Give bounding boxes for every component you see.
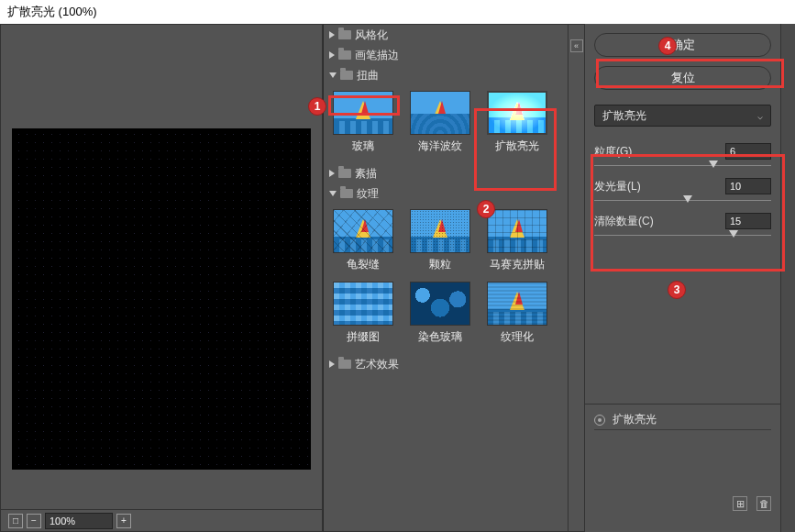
- slider-thumb-icon[interactable]: [683, 195, 692, 203]
- effect-layers-panel: 扩散亮光 ⊞ 🗑: [585, 404, 780, 532]
- current-filter-select[interactable]: 扩散亮光 ⌵: [594, 105, 771, 127]
- slider-glow-track[interactable]: [594, 194, 771, 207]
- fit-screen-button[interactable]: □: [8, 514, 23, 528]
- category-label: 扭曲: [357, 68, 379, 83]
- thumb-label: 马赛克拼贴: [490, 257, 545, 272]
- reset-button[interactable]: 复位: [594, 66, 771, 90]
- slider-grain-value[interactable]: [725, 143, 771, 160]
- thumb-patchwork[interactable]: 拼缀图: [327, 282, 399, 345]
- slider-grain-track[interactable]: [594, 160, 771, 172]
- slider-clear-label: 清除数量(C): [594, 214, 654, 229]
- thumb-crack[interactable]: 龟裂缝: [327, 209, 399, 272]
- category-label: 素描: [355, 166, 377, 182]
- slider-glow-value[interactable]: [725, 178, 771, 194]
- panel-toggle-column: «: [569, 24, 585, 532]
- delete-effect-layer-button[interactable]: 🗑: [756, 496, 771, 511]
- thumb-diffuse[interactable]: 扩散亮光: [481, 91, 553, 154]
- slider-clear-track[interactable]: [594, 229, 771, 242]
- folder-icon: [340, 189, 353, 198]
- category-label: 艺术效果: [355, 357, 399, 372]
- collapse-panel-button[interactable]: «: [570, 39, 583, 52]
- chevron-right-icon: [329, 360, 335, 368]
- slider-thumb-icon[interactable]: [729, 230, 738, 238]
- thumb-label: 龟裂缝: [347, 257, 380, 272]
- slider-grain-label: 粒度(G): [594, 144, 632, 160]
- folder-icon: [338, 50, 351, 60]
- ok-button[interactable]: 确定: [594, 33, 771, 57]
- folder-icon: [338, 360, 351, 369]
- category-fenggehua[interactable]: 风格化: [324, 25, 568, 45]
- category-niuqu[interactable]: 扭曲: [324, 65, 568, 85]
- category-sumiao[interactable]: 素描: [324, 163, 568, 183]
- thumb-label: 拼缀图: [347, 329, 380, 345]
- chevron-down-icon: [329, 72, 337, 78]
- chevron-right-icon: [329, 170, 335, 177]
- zoom-select[interactable]: [45, 513, 113, 529]
- folder-icon: [338, 169, 351, 178]
- chevron-down-icon: [329, 191, 337, 196]
- thumb-grid-niuqu: 玻璃 海洋波纹 扩散亮光: [324, 85, 568, 163]
- chevron-right-icon: [329, 51, 335, 59]
- filter-gallery-panel: 风格化 画笔描边 扭曲 玻璃 海洋波纹: [323, 24, 569, 532]
- effect-layer-row[interactable]: 扩散亮光: [594, 410, 771, 430]
- category-yishu[interactable]: 艺术效果: [324, 354, 568, 374]
- category-label: 纹理: [357, 186, 379, 202]
- thumb-grain[interactable]: 颗粒: [404, 209, 476, 272]
- thumb-label: 纹理化: [501, 329, 534, 345]
- zoom-out-button[interactable]: −: [27, 514, 41, 528]
- settings-panel: 确定 复位 扩散亮光 ⌵ 粒度(G) 发光量(L): [585, 24, 780, 532]
- slider-glow-label: 发光量(L): [594, 179, 641, 194]
- thumb-stained[interactable]: 染色玻璃: [404, 282, 476, 345]
- preview-panel: □ − +: [0, 24, 323, 532]
- thumb-label: 染色玻璃: [418, 329, 462, 345]
- thumb-label: 扩散亮光: [495, 139, 539, 154]
- sliders-block: 粒度(G) 发光量(L) 清除数量(C): [585, 132, 780, 246]
- category-label: 风格化: [355, 28, 388, 43]
- chevron-down-icon: ⌵: [757, 111, 763, 121]
- current-filter-label: 扩散亮光: [602, 108, 646, 124]
- thumb-label: 玻璃: [352, 139, 374, 154]
- thumb-label: 海洋波纹: [418, 139, 462, 154]
- preview-toolbar: □ − +: [1, 509, 322, 531]
- category-huabi[interactable]: 画笔描边: [324, 45, 568, 65]
- visibility-eye-icon[interactable]: [594, 415, 605, 426]
- thumb-glass[interactable]: 玻璃: [327, 91, 399, 154]
- slider-clear-value[interactable]: [725, 213, 771, 229]
- zoom-in-button[interactable]: +: [116, 514, 131, 528]
- category-label: 画笔描边: [355, 48, 399, 63]
- category-wenli[interactable]: 纹理: [324, 183, 568, 204]
- preview-image: [12, 128, 311, 470]
- thumb-mosaic[interactable]: 马赛克拼贴: [481, 209, 553, 272]
- slider-thumb-icon[interactable]: [709, 161, 718, 168]
- chevron-right-icon: [329, 31, 335, 39]
- effect-layer-label: 扩散亮光: [613, 412, 657, 427]
- folder-icon: [340, 71, 353, 80]
- vertical-scrollbar[interactable]: [780, 24, 795, 532]
- new-effect-layer-button[interactable]: ⊞: [733, 496, 747, 511]
- thumb-texturize[interactable]: 纹理化: [481, 282, 553, 345]
- window-title: 扩散亮光 (100%): [0, 0, 795, 24]
- thumb-ocean[interactable]: 海洋波纹: [404, 91, 476, 154]
- thumb-label: 颗粒: [429, 257, 451, 272]
- thumb-grid-wenli: 龟裂缝 颗粒 马赛克拼贴 拼缀图 染色玻璃: [324, 204, 568, 354]
- folder-icon: [338, 30, 351, 39]
